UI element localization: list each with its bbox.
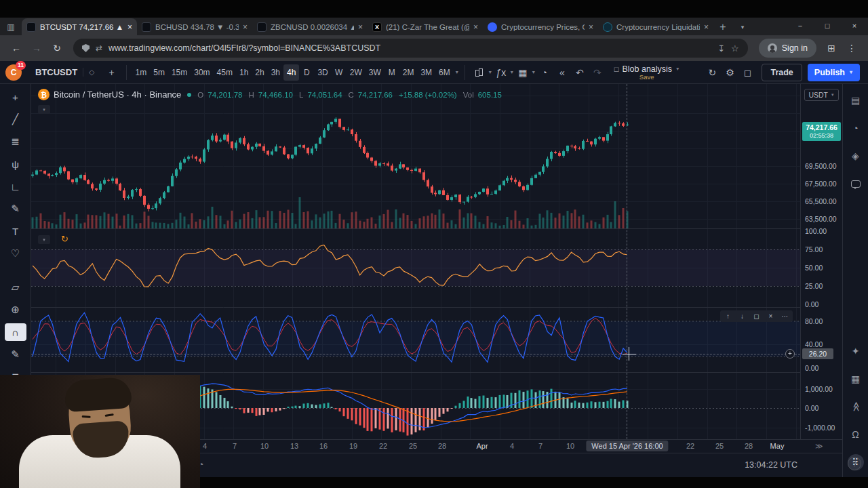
pane-close-button[interactable]: × <box>764 311 777 321</box>
tab-close-icon[interactable]: × <box>589 22 593 32</box>
settings-gear-icon[interactable]: ⚙ <box>721 64 738 81</box>
tab-close-icon[interactable]: × <box>127 22 132 32</box>
undo-icon[interactable]: ↶ <box>571 64 589 81</box>
timeframe-3D[interactable]: 3D <box>314 64 331 81</box>
timeframe-45m[interactable]: 45m <box>214 64 236 81</box>
publish-caret-icon[interactable]: ▾ <box>850 69 852 75</box>
add-alert-icon[interactable]: + <box>785 349 795 359</box>
trade-button[interactable]: Trade <box>762 64 802 81</box>
help-button[interactable]: ? <box>848 457 861 470</box>
pane-more-button[interactable]: ⋯ <box>778 311 791 321</box>
timeframe-1m[interactable]: 1m <box>132 64 151 81</box>
brush-tool[interactable]: ✎ <box>5 200 26 218</box>
rsi-pane-collapse-icon[interactable]: ▾ <box>38 235 50 244</box>
ideas-icon[interactable]: ✦ <box>848 343 864 359</box>
save-label[interactable]: Save <box>639 73 679 81</box>
tab-panel-icon[interactable]: ▥ <box>0 19 22 35</box>
bar-replay-icon[interactable]: « <box>553 64 571 81</box>
site-security-icon[interactable] <box>82 44 90 52</box>
forward-button[interactable]: → <box>27 39 46 58</box>
text-tool[interactable]: T <box>5 222 26 240</box>
timeframe-M[interactable]: M <box>384 64 399 81</box>
symbol-search-button[interactable]: BTCUSDT ◇ <box>28 64 102 81</box>
tab-close-icon[interactable]: × <box>704 22 709 32</box>
reload-button[interactable]: ↻ <box>47 39 66 58</box>
browser-tab[interactable]: Cryptocurrency Liquidation× <box>598 18 713 35</box>
tab-close-icon[interactable]: × <box>358 22 363 32</box>
compare-button[interactable]: + <box>103 64 121 81</box>
chart-legend[interactable]: ₿ Bitcoin / TetherUS · 4h · Binance O74,… <box>38 89 504 100</box>
object-tree-icon[interactable]: ◈ <box>848 148 864 164</box>
calendar-icon[interactable]: ▦ <box>848 371 864 387</box>
tab-close-icon[interactable]: × <box>243 22 248 32</box>
timeframe-2h[interactable]: 2h <box>252 64 267 81</box>
price-pane-collapse-icon[interactable]: ▾ <box>38 105 50 114</box>
timeframe-3M[interactable]: 3M <box>417 64 435 81</box>
chat-icon[interactable] <box>848 176 864 192</box>
browser-tab[interactable]: BTCUSDT 74,217.66 ▲ +0.12× <box>22 18 137 35</box>
bookmark-star-icon[interactable]: ☆ <box>731 43 739 54</box>
measure-tool[interactable]: ▱ <box>5 279 26 296</box>
candle-style-icon[interactable] <box>471 64 488 81</box>
indicators-icon[interactable]: ƒx <box>492 64 510 81</box>
extensions-icon[interactable]: ⊞ <box>822 39 841 58</box>
signin-button[interactable]: Sign in <box>759 39 816 58</box>
timeframe-5m[interactable]: 5m <box>150 64 168 81</box>
symbol-flag-icon[interactable]: ◇ <box>83 68 94 77</box>
streams-icon[interactable]: ≫ <box>848 399 864 415</box>
trend-line-tool[interactable]: ╱ <box>5 110 26 128</box>
zoom-in-tool[interactable]: ⊕ <box>5 301 26 319</box>
timeframe-W[interactable]: W <box>332 64 347 81</box>
back-button[interactable]: ← <box>7 39 26 58</box>
address-bar[interactable]: ⇄ www.tradingview.com/chart/O4l5FIr8/?sy… <box>73 39 748 58</box>
timeframe-6M[interactable]: 6M <box>435 64 454 81</box>
grid-layout-icon-caret[interactable]: ▾ <box>532 69 535 75</box>
timeframe-30m[interactable]: 30m <box>191 64 213 81</box>
pane-down-button[interactable]: ↓ <box>736 311 749 321</box>
timeframes-caret-icon[interactable]: ▾ <box>456 69 458 75</box>
refresh-icon[interactable]: ↻ <box>703 64 721 81</box>
currency-toggle[interactable]: USDT ▾ <box>804 89 839 101</box>
emoji-tool[interactable]: ♡ <box>5 245 26 262</box>
timeframe-3h[interactable]: 3h <box>268 64 283 81</box>
timeframe-D[interactable]: D <box>299 64 314 81</box>
magnet-tool[interactable]: ∩ <box>5 323 26 341</box>
timeframe-3W[interactable]: 3W <box>366 64 384 81</box>
symbol-title[interactable]: Bitcoin / TetherUS · 4h · Binance <box>54 89 181 100</box>
browser-tab[interactable]: ZBCNUSD 0.0026034 ▲ +0.2× <box>252 18 368 35</box>
alerts-panel-icon[interactable]: ◔ <box>848 120 864 136</box>
price-scale[interactable]: USDT ▾ 74,217.66 02:55:38 26.20 69,500.0… <box>800 84 842 439</box>
notifications-icon[interactable]: Ω <box>848 426 864 443</box>
close-button[interactable]: × <box>841 18 868 35</box>
install-icon[interactable]: ↧ <box>717 43 725 54</box>
goto-realtime-icon[interactable]: ≫ <box>815 442 823 451</box>
maximize-button[interactable]: □ <box>814 18 841 35</box>
timeframe-2W[interactable]: 2W <box>347 64 366 81</box>
timeframe-2M[interactable]: 2M <box>399 64 418 81</box>
browser-menu-icon[interactable]: ⋮ <box>842 39 861 58</box>
browser-tab[interactable]: X(21) C-Zar The Great (@C_Z× <box>368 18 483 35</box>
timeframe-4h[interactable]: 4h <box>283 64 299 81</box>
timeframe-1h[interactable]: 1h <box>236 64 252 81</box>
utc-clock[interactable]: 13:04:22 UTC <box>745 460 797 470</box>
browser-tab[interactable]: BCHUSD 434.78 ▼ -0.39%× <box>137 18 252 35</box>
pitchfork-tool[interactable]: ψ <box>5 155 26 173</box>
layout-caret-icon[interactable]: ▾ <box>676 66 679 72</box>
alert-icon[interactable]: ◔ <box>536 64 553 81</box>
redo-icon[interactable]: ↷ <box>589 64 606 81</box>
browser-tab[interactable]: Cryptocurrency Prices, Char× <box>483 18 598 35</box>
layout-button[interactable]: □ Blob analysis ▾ Save <box>614 61 679 84</box>
new-tab-button[interactable]: + <box>713 19 732 35</box>
watchlist-icon[interactable]: ▤ <box>848 92 864 108</box>
fullscreen-icon[interactable]: ◻ <box>738 64 756 81</box>
publish-button[interactable]: Publish ▾ <box>808 64 860 81</box>
indicators-icon-caret[interactable]: ▾ <box>511 69 513 75</box>
timeframe-15m[interactable]: 15m <box>168 64 191 81</box>
crosshair-tool[interactable]: + <box>5 88 26 106</box>
tab-close-icon[interactable]: × <box>473 22 478 32</box>
fib-retracement-tool[interactable]: ≣ <box>5 133 26 150</box>
tracking-icon[interactable]: ⇄ <box>96 43 102 53</box>
grid-layout-icon[interactable]: ▦ <box>514 64 532 81</box>
user-avatar[interactable]: C 11 <box>5 64 22 81</box>
tab-search-icon[interactable]: ▾ <box>732 19 753 35</box>
